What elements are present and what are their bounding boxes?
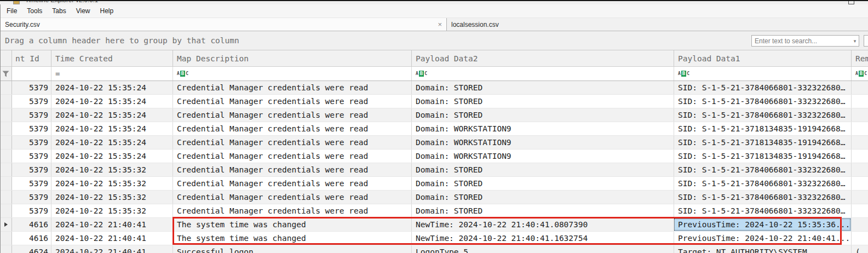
cell-payload-data2[interactable]: Domain: STORED bbox=[411, 163, 674, 176]
cell-payload-data1[interactable]: SID: S-1-5-21-3784066801-332322680… bbox=[674, 191, 851, 204]
row-indicator-cell[interactable] bbox=[0, 150, 12, 163]
restore-window-icon[interactable] bbox=[848, 0, 854, 4]
table-row[interactable]: 5379 2024-10-22 15:35:24 Credential Mana… bbox=[0, 122, 868, 136]
cell-time-created[interactable]: 2024-10-22 15:35:32 bbox=[51, 177, 173, 190]
header-payload-data1[interactable]: Payload Data1 bbox=[674, 50, 851, 66]
cell-event-id[interactable]: 4616 bbox=[12, 218, 51, 231]
cell-time-created[interactable]: 2024-10-22 21:40:41 bbox=[51, 245, 173, 253]
row-indicator-cell[interactable] bbox=[0, 177, 12, 190]
cell-time-created[interactable]: 2024-10-22 21:40:41 bbox=[51, 232, 173, 245]
tab-localsession-csv[interactable]: localsession.csv bbox=[447, 18, 868, 31]
cell-remarks[interactable] bbox=[851, 122, 868, 135]
cell-payload-data1[interactable]: SID: S-1-5-21-3784066801-332322680… bbox=[674, 204, 851, 217]
cell-payload-data1[interactable]: SID: S-1-5-21-3784066801-332322680… bbox=[674, 81, 851, 94]
cell-remarks[interactable] bbox=[851, 95, 868, 108]
cell-payload-data1[interactable]: SID: S-1-5-21-3784066801-332322680… bbox=[674, 95, 851, 108]
cell-payload-data2[interactable]: Domain: WORKSTATION9 bbox=[411, 136, 674, 149]
row-indicator-cell[interactable] bbox=[0, 163, 12, 176]
cell-time-created[interactable]: 2024-10-22 15:35:24 bbox=[51, 95, 173, 108]
cell-time-created[interactable]: 2024-10-22 15:35:32 bbox=[51, 204, 173, 217]
cell-payload-data2[interactable]: NewTime: 2024-10-22 21:40:41.1632754 bbox=[411, 232, 674, 245]
cell-map-description[interactable]: Credential Manager credentials were read bbox=[173, 108, 411, 122]
cell-payload-data2[interactable]: Domain: STORED bbox=[411, 191, 674, 204]
find-button-partial[interactable] bbox=[864, 35, 868, 47]
filter-funnel-icon[interactable] bbox=[0, 67, 12, 81]
table-row[interactable]: 5379 2024-10-22 15:35:32 Credential Mana… bbox=[0, 191, 868, 204]
cell-payload-data1[interactable]: SID: S-1-5-21-3718134835-191942668… bbox=[674, 150, 851, 163]
header-time-created[interactable]: Time Created bbox=[51, 50, 173, 66]
cell-event-id[interactable]: 4616 bbox=[12, 232, 51, 245]
cell-map-description[interactable]: Credential Manager credentials were read bbox=[173, 136, 411, 149]
table-row[interactable]: 5379 2024-10-22 15:35:24 Credential Mana… bbox=[0, 136, 868, 150]
filter-time-created[interactable]: = bbox=[51, 67, 173, 81]
filter-remarks[interactable]: ABC bbox=[851, 67, 868, 81]
cell-event-id[interactable]: 5379 bbox=[12, 191, 51, 204]
table-row[interactable]: 5379 2024-10-22 15:35:24 Credential Mana… bbox=[0, 108, 868, 122]
cell-map-description[interactable]: Credential Manager credentials were read bbox=[173, 163, 411, 176]
cell-map-description[interactable]: Credential Manager credentials were read bbox=[173, 150, 411, 163]
cell-event-id[interactable]: 5379 bbox=[12, 163, 51, 176]
cell-payload-data1[interactable]: PreviousTime: 2024-10-22 21:40:41... bbox=[674, 232, 851, 245]
header-map-description[interactable]: Map Description bbox=[173, 50, 411, 66]
cell-map-description[interactable]: Credential Manager credentials were read bbox=[173, 122, 411, 135]
cell-payload-data1[interactable]: SID: S-1-5-21-3784066801-332322680… bbox=[674, 108, 851, 122]
cell-payload-data2[interactable]: Domain: WORKSTATION9 bbox=[411, 150, 674, 163]
table-row[interactable]: 5379 2024-10-22 15:35:24 Credential Mana… bbox=[0, 81, 868, 95]
cell-payload-data2[interactable]: Domain: STORED bbox=[411, 108, 674, 122]
row-indicator-cell[interactable] bbox=[0, 95, 12, 108]
cell-time-created[interactable]: 2024-10-22 15:35:32 bbox=[51, 163, 173, 176]
cell-remarks[interactable] bbox=[851, 218, 868, 231]
cell-map-description[interactable]: The system time was changed bbox=[173, 218, 411, 231]
cell-map-description[interactable]: Credential Manager credentials were read bbox=[173, 81, 411, 94]
cell-event-id[interactable]: 5379 bbox=[12, 108, 51, 122]
menu-file[interactable]: File bbox=[2, 5, 22, 17]
menu-tools[interactable]: Tools bbox=[22, 5, 47, 17]
cell-map-description[interactable]: Credential Manager credentials were read bbox=[173, 95, 411, 108]
row-indicator-cell[interactable] bbox=[0, 136, 12, 149]
cell-event-id[interactable]: 5379 bbox=[12, 177, 51, 190]
row-indicator-cell[interactable] bbox=[0, 81, 12, 94]
cell-event-id[interactable]: 5379 bbox=[12, 122, 51, 135]
cell-event-id[interactable]: 5379 bbox=[12, 204, 51, 217]
row-indicator-cell[interactable] bbox=[0, 232, 12, 245]
cell-event-id[interactable]: 5379 bbox=[12, 150, 51, 163]
cell-time-created[interactable]: 2024-10-22 15:35:24 bbox=[51, 150, 173, 163]
filter-map-description[interactable]: ABC bbox=[173, 67, 411, 81]
cell-time-created[interactable]: 2024-10-22 21:40:41 bbox=[51, 218, 173, 231]
cell-remarks[interactable]: ( bbox=[851, 245, 868, 253]
cell-time-created[interactable]: 2024-10-22 15:35:24 bbox=[51, 81, 173, 94]
cell-map-description[interactable]: Successful logon bbox=[173, 245, 411, 253]
cell-payload-data2[interactable]: Domain: STORED bbox=[411, 177, 674, 190]
cell-payload-data2[interactable]: LogonType 5 bbox=[411, 245, 674, 253]
cell-time-created[interactable]: 2024-10-22 15:35:24 bbox=[51, 136, 173, 149]
cell-payload-data1[interactable]: SID: S-1-5-21-3784066801-332322680… bbox=[674, 177, 851, 190]
cell-payload-data2[interactable]: Domain: WORKSTATION9 bbox=[411, 122, 674, 135]
menu-help[interactable]: Help bbox=[95, 5, 119, 17]
cell-remarks[interactable] bbox=[851, 136, 868, 149]
row-indicator-cell[interactable] bbox=[0, 191, 12, 204]
cell-map-description[interactable]: Credential Manager credentials were read bbox=[173, 177, 411, 190]
cell-event-id[interactable]: 5379 bbox=[12, 136, 51, 149]
cell-map-description[interactable]: Credential Manager credentials were read bbox=[173, 204, 411, 217]
table-row[interactable]: 4624 2024-10-22 21:40:41 Successful logo… bbox=[0, 245, 868, 253]
filter-payload-data1[interactable]: ABC bbox=[674, 67, 851, 81]
header-event-id[interactable]: nt Id bbox=[12, 50, 51, 66]
row-indicator-cell[interactable] bbox=[0, 108, 12, 122]
row-indicator-cell[interactable] bbox=[0, 204, 12, 217]
cell-payload-data2[interactable]: NewTime: 2024-10-22 21:40:41.0807390 bbox=[411, 218, 674, 231]
table-row[interactable]: 5379 2024-10-22 15:35:32 Credential Mana… bbox=[0, 163, 868, 177]
filter-event-id[interactable] bbox=[12, 67, 51, 81]
table-row[interactable]: 4616 2024-10-22 21:40:41 The system time… bbox=[0, 232, 868, 245]
cell-remarks[interactable] bbox=[851, 177, 868, 190]
close-tab-icon[interactable]: × bbox=[438, 21, 442, 28]
cell-event-id[interactable]: 5379 bbox=[12, 81, 51, 94]
cell-remarks[interactable] bbox=[851, 108, 868, 122]
tab-security-csv[interactable]: Security.csv × bbox=[1, 18, 447, 31]
table-row[interactable]: 5379 2024-10-22 15:35:24 Credential Mana… bbox=[0, 95, 868, 108]
cell-payload-data2[interactable]: Domain: STORED bbox=[411, 204, 674, 217]
cell-payload-data1[interactable]: SID: S-1-5-21-3718134835-191942668… bbox=[674, 122, 851, 135]
table-row[interactable]: 5379 2024-10-22 15:35:32 Credential Mana… bbox=[0, 204, 868, 218]
cell-time-created[interactable]: 2024-10-22 15:35:24 bbox=[51, 108, 173, 122]
cell-remarks[interactable] bbox=[851, 191, 868, 204]
cell-payload-data1[interactable]: PreviousTime: 2024-10-22 15:35:36... bbox=[674, 218, 851, 231]
